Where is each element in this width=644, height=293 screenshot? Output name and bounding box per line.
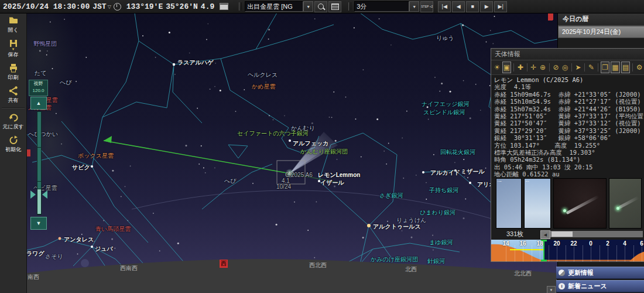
- sky-clouds[interactable]: ▪▪ ▪: [524, 178, 551, 229]
- zoom-handle-left[interactable]: [30, 190, 36, 199]
- altitude-timeline[interactable]: 14161820220246: [491, 240, 644, 261]
- timeline-gridline: [574, 246, 574, 261]
- panel-scroll-down-button[interactable]: ▼: [547, 286, 556, 293]
- step-half-button[interactable]: STEP ÷2: [420, 1, 433, 12]
- calendar-panel-header[interactable]: 今日の暦: [558, 13, 644, 26]
- photo-count: 331枚: [506, 230, 523, 239]
- sidebar-button-undo[interactable]: 元に戻す: [0, 110, 26, 132]
- ground: [26, 259, 557, 293]
- left-sidebar: 開く▼保存印刷共有元に戻す初期化: [0, 13, 27, 293]
- photo-scrollbar[interactable]: [550, 231, 643, 237]
- object-list-button[interactable]: [328, 1, 341, 12]
- sidebar-button-save[interactable]: ▼保存: [0, 36, 26, 60]
- toolbar-separator: [527, 63, 527, 71]
- photo-scroll-left-button[interactable]: ◀: [540, 230, 550, 239]
- timeline-hour-label: 0: [589, 240, 592, 247]
- zoom-in-button[interactable]: ▲: [30, 97, 47, 110]
- location-icon[interactable]: [220, 3, 228, 10]
- search-input[interactable]: 出目金星雲 [NG: [245, 1, 303, 12]
- time-step-select[interactable]: 3分: [354, 1, 409, 12]
- sky-chart-blue[interactable]: ▪ ▪▪▪: [496, 178, 522, 229]
- photo-scrollbar-thumb[interactable]: [551, 231, 573, 237]
- sidebar-button-label: 開く: [8, 26, 18, 34]
- skip-start-button[interactable]: |◀: [438, 1, 451, 12]
- news-rows: 更新情報i新着ニュースカスタムコントロール: [556, 267, 644, 293]
- play-button[interactable]: ▶: [480, 1, 493, 12]
- info-line: 時角 05h24m32s (81.134°): [494, 156, 644, 163]
- news-row-info[interactable]: i新着ニュース: [556, 280, 644, 292]
- search-dropdown-button[interactable]: ▼: [303, 1, 313, 12]
- moon-below-horizon: [81, 259, 89, 267]
- toolbar-grip: [348, 2, 351, 11]
- direction-label: 西北西: [309, 261, 327, 270]
- timezone-display[interactable]: JST: [93, 2, 106, 11]
- sky-label: かみのけ座銀河団: [371, 255, 418, 264]
- datetime-display[interactable]: 2025/10/24 18:30:00: [3, 2, 90, 11]
- step-back-button[interactable]: ◀: [452, 1, 465, 12]
- sky-label: ミザール: [461, 168, 485, 176]
- timeline-gridline: [633, 246, 634, 261]
- zoom-slider[interactable]: [37, 111, 42, 215]
- center-off-icon[interactable]: ⊘: [552, 62, 560, 73]
- clock-icon[interactable]: [114, 3, 121, 11]
- gray-comet-photo[interactable]: [609, 178, 642, 229]
- info-panel-titlebar[interactable]: 天体情報: [491, 49, 644, 60]
- direction-label: 北西: [405, 265, 417, 274]
- search-button[interactable]: [314, 1, 327, 12]
- image-view-icon[interactable]: ▦: [611, 62, 620, 73]
- sky-label: かめ星雲: [252, 83, 275, 91]
- toolbar-separator: [513, 63, 514, 71]
- sky-label: レモンLemmon: [318, 171, 360, 179]
- sky-label: ナイフエッジ銀河: [422, 100, 469, 108]
- timeline-gridline: [549, 246, 549, 261]
- save-dropdown-icon[interactable]: ▼: [12, 49, 15, 50]
- pencil-icon[interactable]: ✎: [587, 62, 595, 73]
- deselect-icon[interactable]: ▣: [502, 62, 512, 73]
- settings-icon[interactable]: ⚙: [635, 62, 643, 73]
- sky-label: ジュバ: [95, 245, 113, 253]
- timeline-gridline: [523, 246, 523, 261]
- sky-chart[interactable]: 野鴨星団りゅうラスアルハゲヘルクレスかめ星雲たてへびわし星雲オメガ星雲ナイフエッ…: [26, 13, 557, 293]
- info-line: 黄経 217°29'20″ 黄緯 +37°33'25″ (J2000): [494, 127, 644, 134]
- pointer-icon[interactable]: ➤: [574, 62, 583, 73]
- stop-button[interactable]: ■: [466, 1, 479, 12]
- direction-label: 西南西: [120, 264, 138, 272]
- edge-marker: [26, 149, 30, 156]
- zoom-handle-right[interactable]: [42, 190, 47, 199]
- timezone-dropdown-icon[interactable]: ▽: [108, 4, 111, 9]
- sky-label: 子持ち銀河: [429, 186, 458, 195]
- sky-label: アンタレス: [64, 236, 94, 244]
- sidebar-button-label: 保存: [8, 51, 19, 59]
- news-row-update[interactable]: 更新情報: [556, 267, 644, 279]
- info-panel-text: レモン Lemmon (C/2025 A6)光度 4.1等赤経 15h09m46…: [491, 75, 644, 178]
- toolbar-separator: [584, 63, 585, 71]
- night-comet-photo[interactable]: [553, 178, 607, 229]
- add-object-icon[interactable]: ✚: [516, 62, 525, 73]
- timeline-hour-label: 4: [623, 240, 626, 247]
- list-icon: [331, 4, 339, 10]
- info-line: 方位 103.147° 高度 19.255°: [494, 142, 644, 149]
- sidebar-button-folder-open[interactable]: 開く: [0, 13, 26, 36]
- search-icon: [318, 4, 324, 9]
- skip-end-button[interactable]: ▶|: [494, 1, 507, 12]
- toolbar-separator: [598, 63, 598, 71]
- info-line: 出 05:46 南中 13:03 没 20:15: [494, 163, 644, 171]
- timeline-gridline: [566, 246, 566, 261]
- multi-window-icon[interactable]: ❐: [601, 62, 610, 73]
- sidebar-button-reset[interactable]: 初期化: [0, 132, 26, 155]
- sun-icon[interactable]: ☀: [493, 62, 501, 73]
- sidebar-button-label: 印刷: [8, 74, 19, 81]
- time-step-dropdown-button[interactable]: ▼: [409, 1, 419, 12]
- zoom-out-button[interactable]: ▼: [30, 217, 47, 230]
- fov-indicator: 視野 120.0: [29, 80, 48, 96]
- gallery-icon[interactable]: ▤: [621, 62, 631, 73]
- center-icon[interactable]: ✛: [530, 62, 538, 73]
- news-row-label: 新着ニュース: [568, 282, 607, 291]
- sidebar-button-share[interactable]: 共有: [0, 83, 26, 106]
- scope-icon[interactable]: ◎: [561, 62, 569, 73]
- sidebar-button-printer[interactable]: 印刷: [0, 60, 26, 83]
- timeline-hour-label: 2: [606, 240, 609, 247]
- sky-label: ラワグ: [26, 250, 44, 258]
- sky-label: へびつかい: [28, 130, 58, 138]
- center-add-icon[interactable]: ⊕: [539, 62, 547, 73]
